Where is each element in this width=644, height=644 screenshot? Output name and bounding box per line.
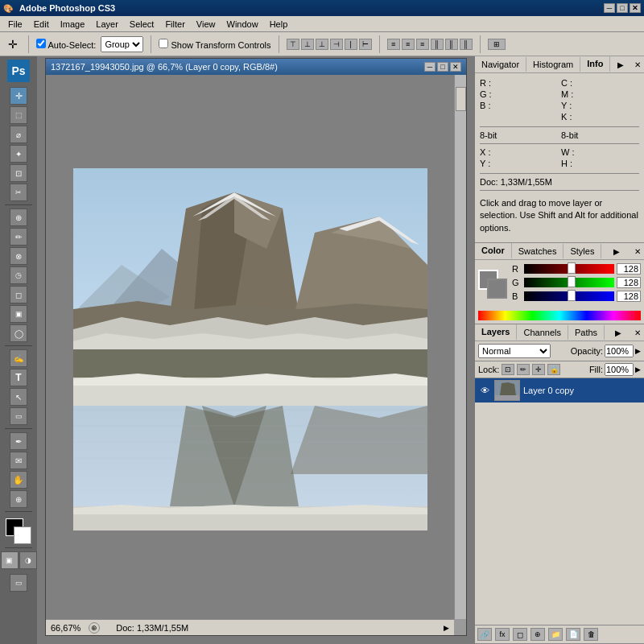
hand-tool[interactable]: ✋ <box>10 471 27 489</box>
shape-tool[interactable]: ▭ <box>10 407 27 425</box>
clone-stamp-tool[interactable]: ⊗ <box>10 247 27 265</box>
new-layer-btn[interactable]: 📄 <box>566 628 580 641</box>
menu-layer[interactable]: Layer <box>91 18 123 31</box>
minimize-button[interactable]: ─ <box>604 3 615 13</box>
dist-top-btn[interactable]: ≡ <box>387 39 400 50</box>
auto-select-dropdown[interactable]: Group Layer <box>101 36 143 52</box>
text-tool[interactable]: T <box>10 369 27 386</box>
auto-select-checkbox[interactable] <box>36 39 46 48</box>
fill-input[interactable] <box>605 363 634 376</box>
menu-filter[interactable]: Filter <box>160 18 189 31</box>
layer-link-btn[interactable]: 🔗 <box>477 628 492 641</box>
tab-styles[interactable]: Styles <box>564 244 601 258</box>
layer-visibility-toggle[interactable]: 👁 <box>478 384 491 397</box>
eyedropper-tool[interactable]: ✒ <box>10 432 27 450</box>
lock-transparency-btn[interactable]: ⊡ <box>502 364 514 375</box>
menu-help[interactable]: Help <box>265 18 293 31</box>
r-slider-thumb[interactable] <box>568 262 576 274</box>
dist-right-btn[interactable]: ║ <box>460 39 473 50</box>
menu-view[interactable]: View <box>192 18 221 31</box>
close-button[interactable]: ✕ <box>630 3 641 13</box>
color-panel-menu[interactable]: ▶ <box>610 247 623 256</box>
pen-tool[interactable]: ✍ <box>10 349 27 367</box>
align-bottom-btn[interactable]: ⊥ <box>316 39 328 50</box>
menu-image[interactable]: Image <box>56 18 90 31</box>
standard-mode-btn[interactable]: ▣ <box>1 551 19 569</box>
dodge-tool[interactable]: ◯ <box>10 324 27 342</box>
menu-file[interactable]: File <box>3 18 27 31</box>
auto-align-layers-btn[interactable]: ⊞ <box>488 39 506 50</box>
b-slider-track[interactable] <box>524 291 614 301</box>
dist-bottom-btn[interactable]: ≡ <box>416 39 429 50</box>
lock-position-btn[interactable]: ✛ <box>532 364 545 375</box>
path-selection-tool[interactable]: ↖ <box>10 388 27 406</box>
notes-tool[interactable]: ✉ <box>10 452 27 469</box>
opacity-arrow[interactable]: ▶ <box>635 347 641 355</box>
g-value-input[interactable] <box>617 277 641 288</box>
status-arrow[interactable]: ▶ <box>444 624 449 632</box>
slice-tool[interactable]: ✂ <box>10 184 27 201</box>
brush-tool[interactable]: ✏ <box>10 228 27 246</box>
align-vcenter-btn[interactable]: ⊥ <box>301 39 314 50</box>
layers-panel-close[interactable]: ✕ <box>631 328 644 337</box>
b-value-input[interactable] <box>617 291 641 302</box>
menu-window[interactable]: Window <box>222 18 263 31</box>
zoom-tool[interactable]: ⊕ <box>10 490 27 508</box>
align-top-btn[interactable]: ⊤ <box>287 39 299 50</box>
lock-pixels-btn[interactable]: ✏ <box>517 364 530 375</box>
show-transform-checkbox[interactable] <box>159 39 168 48</box>
g-slider-thumb[interactable] <box>568 276 576 287</box>
lasso-tool[interactable]: ⌀ <box>10 126 27 143</box>
delete-layer-btn[interactable]: 🗑 <box>584 628 598 641</box>
layer-adjustment-btn[interactable]: ⊕ <box>530 628 545 641</box>
gradient-tool[interactable]: ▣ <box>10 305 27 323</box>
opacity-input[interactable] <box>605 345 634 357</box>
align-left-btn[interactable]: ⊣ <box>330 39 343 50</box>
eraser-tool[interactable]: ◻ <box>10 286 27 303</box>
info-panel-close[interactable]: ✕ <box>631 60 644 69</box>
canvas-minimize[interactable]: ─ <box>424 62 436 72</box>
tab-info[interactable]: Info <box>580 56 610 72</box>
color-panel-close[interactable]: ✕ <box>631 247 644 256</box>
canvas-content[interactable] <box>46 75 454 623</box>
rectangular-marquee-tool[interactable]: ⬚ <box>10 106 27 124</box>
r-value-input[interactable] <box>617 263 641 275</box>
blend-mode-select[interactable]: Normal Multiply Screen <box>478 344 551 358</box>
r-slider-track[interactable] <box>524 264 614 274</box>
screen-mode-btn[interactable]: ▭ <box>10 574 27 592</box>
g-slider-track[interactable] <box>524 278 614 287</box>
dist-hcenter-btn[interactable]: ║ <box>445 39 458 50</box>
layer-row-0[interactable]: 👁 Layer 0 copy <box>475 378 644 402</box>
layer-fx-btn[interactable]: fx <box>495 628 510 641</box>
tab-channels[interactable]: Channels <box>517 325 568 340</box>
zoom-indicator-icon[interactable]: ⊕ <box>89 622 100 634</box>
tab-paths[interactable]: Paths <box>568 325 605 340</box>
layer-mask-btn[interactable]: ◻ <box>513 628 527 641</box>
quick-mask-btn[interactable]: ◑ <box>19 551 37 569</box>
layers-panel-menu[interactable]: ▶ <box>612 328 625 337</box>
menu-select[interactable]: Select <box>125 18 159 31</box>
dist-left-btn[interactable]: ║ <box>431 39 444 50</box>
tab-layers[interactable]: Layers <box>475 324 517 341</box>
tab-histogram[interactable]: Histogram <box>526 57 580 72</box>
canvas-close[interactable]: ✕ <box>450 62 461 72</box>
tab-color[interactable]: Color <box>475 243 512 259</box>
align-right-btn[interactable]: ⊢ <box>359 39 372 50</box>
color-background-swatch[interactable] <box>487 279 507 299</box>
move-tool[interactable]: ✛ <box>10 87 27 105</box>
quick-selection-tool[interactable]: ✦ <box>10 145 27 163</box>
crop-tool[interactable]: ⊡ <box>10 164 27 182</box>
tab-navigator[interactable]: Navigator <box>475 57 526 72</box>
dist-vcenter-btn[interactable]: ≡ <box>402 39 415 50</box>
fill-arrow[interactable]: ▶ <box>635 365 641 374</box>
info-panel-menu[interactable]: ▶ <box>614 60 627 69</box>
color-spectrum-bar[interactable] <box>478 311 641 320</box>
background-color[interactable] <box>14 526 31 544</box>
tab-swatches[interactable]: Swatches <box>512 244 564 258</box>
b-slider-thumb[interactable] <box>568 290 576 301</box>
menu-edit[interactable]: Edit <box>29 18 54 31</box>
maximize-button[interactable]: □ <box>617 3 628 13</box>
layer-group-btn[interactable]: 📁 <box>548 628 563 641</box>
spot-healing-tool[interactable]: ⊕ <box>10 208 27 226</box>
align-hcenter-btn[interactable]: | <box>345 39 357 50</box>
